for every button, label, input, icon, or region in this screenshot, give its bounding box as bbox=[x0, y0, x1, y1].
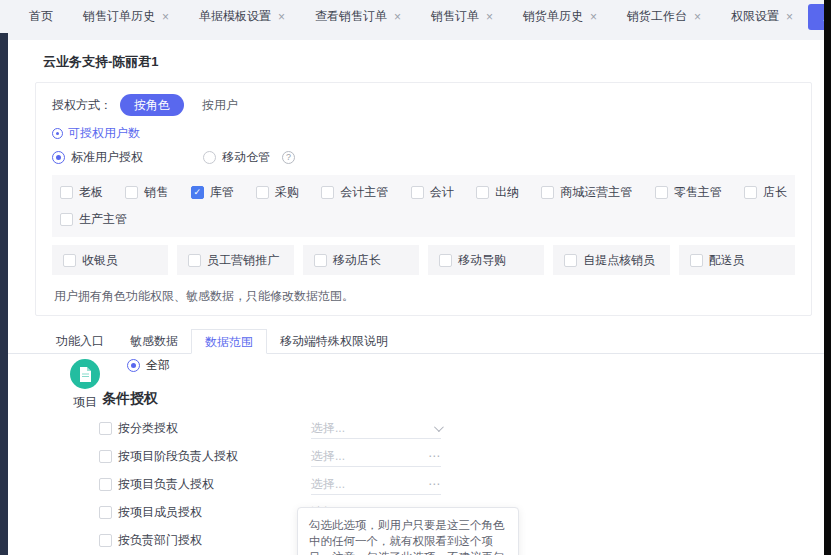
auth-mode-by-role-button[interactable]: 按角色 bbox=[120, 94, 184, 116]
main-content: 云业务支持-陈丽君1 授权方式： 按角色 按用户 可授权用户数 标准用户授权 移… bbox=[8, 40, 824, 555]
tab-label: 销售订单 bbox=[431, 8, 479, 25]
condition-select[interactable]: 选择... ⋯ bbox=[311, 446, 441, 467]
tab-home[interactable]: 首页 bbox=[14, 4, 68, 30]
role-checkbox[interactable]: 员工营销推广 bbox=[177, 245, 293, 275]
role-checkbox[interactable]: 配送员 bbox=[679, 245, 795, 275]
standard-user-radio[interactable] bbox=[52, 151, 65, 164]
role-checkbox[interactable]: 老板 bbox=[60, 184, 103, 201]
auth-mode-label: 授权方式： bbox=[52, 97, 112, 114]
role-checkbox[interactable]: 出纳 bbox=[476, 184, 519, 201]
checkbox-icon bbox=[439, 254, 452, 267]
checkbox-icon bbox=[541, 186, 554, 199]
checkbox-icon bbox=[125, 186, 138, 199]
close-icon[interactable]: × bbox=[486, 11, 493, 23]
app-window: 首页 销售订单历史 × 单据模板设置 × 查看销售订单 × 销售订单 × 销货单… bbox=[0, 0, 831, 555]
role-checkbox-panel: 老板 销售 ✓ 库管 采购 bbox=[52, 175, 795, 237]
help-icon[interactable]: ? bbox=[282, 151, 295, 164]
tab-label: 销货工作台 bbox=[627, 8, 687, 25]
condition-checkbox[interactable] bbox=[99, 478, 112, 491]
close-icon[interactable]: × bbox=[694, 11, 701, 23]
role-checkbox[interactable]: 自提点核销员 bbox=[553, 245, 669, 275]
role-checkbox[interactable]: 商城运营主管 bbox=[541, 184, 632, 201]
role-checkbox[interactable]: 收银员 bbox=[52, 245, 168, 275]
condition-help-tooltip: 勾选此选项，则用户只要是这三个角色中的任何一个，就有权限看到这个项目。注意：勾选… bbox=[297, 507, 519, 555]
module-project[interactable]: 项目 bbox=[53, 359, 117, 411]
role-checkbox[interactable]: 采购 bbox=[256, 184, 299, 201]
tab-function-entry[interactable]: 功能入口 bbox=[43, 329, 117, 354]
condition-checkbox[interactable] bbox=[99, 450, 112, 463]
checkbox-icon bbox=[564, 254, 577, 267]
tab-template-settings[interactable]: 单据模板设置 × bbox=[184, 4, 300, 30]
checkbox-icon bbox=[314, 254, 327, 267]
page-title: 云业务支持-陈丽君1 bbox=[35, 53, 812, 71]
screen-right-edge bbox=[824, 0, 831, 555]
ellipsis-icon: ⋯ bbox=[428, 449, 441, 463]
role-permission-note: 用户拥有角色功能权限、敏感数据，只能修改数据范围。 bbox=[52, 288, 795, 305]
authorization-section: 授权方式： 按角色 按用户 可授权用户数 标准用户授权 移动仓管 ? bbox=[35, 82, 812, 316]
role-checkbox[interactable]: 会计 bbox=[411, 184, 454, 201]
tab-label: 查看销售订单 bbox=[315, 8, 387, 25]
checkbox-checked-icon: ✓ bbox=[191, 186, 204, 199]
tab-label: 权限设置 bbox=[731, 8, 779, 25]
checkbox-icon bbox=[60, 213, 73, 226]
checkbox-icon bbox=[256, 186, 269, 199]
close-icon[interactable]: × bbox=[162, 11, 169, 23]
detail-tab-bar: 功能入口 敏感数据 数据范围 移动端特殊权限说明 bbox=[8, 328, 824, 354]
role-checkbox[interactable]: 销售 bbox=[125, 184, 168, 201]
role-checkbox[interactable]: 移动导购 bbox=[428, 245, 544, 275]
role-checkbox[interactable]: ✓ 库管 bbox=[191, 184, 234, 201]
condition-heading: 条件授权 bbox=[102, 389, 812, 408]
tab-label: 单据模板设置 bbox=[199, 8, 271, 25]
top-tab-bar: 首页 销售订单历史 × 单据模板设置 × 查看销售订单 × 销售订单 × 销货单… bbox=[0, 0, 824, 40]
condition-checkbox[interactable] bbox=[99, 506, 112, 519]
checkbox-icon bbox=[60, 186, 73, 199]
close-icon[interactable]: × bbox=[590, 11, 597, 23]
tab-view-sales-order[interactable]: 查看销售订单 × bbox=[300, 4, 416, 30]
module-label: 项目 bbox=[53, 394, 117, 411]
tab-data-scope[interactable]: 数据范围 bbox=[191, 329, 267, 354]
role-checkbox[interactable]: 生产主管 bbox=[60, 211, 127, 228]
condition-checkbox[interactable] bbox=[99, 422, 112, 435]
tab-mobile-special-permission[interactable]: 移动端特殊权限说明 bbox=[267, 329, 401, 354]
authorizable-user-count-link[interactable]: 可授权用户数 bbox=[52, 125, 795, 141]
role-checkbox[interactable]: 零售主管 bbox=[655, 184, 722, 201]
condition-select[interactable]: 选择... bbox=[311, 418, 441, 439]
checkbox-icon bbox=[188, 254, 201, 267]
standard-user-label[interactable]: 标准用户授权 bbox=[71, 149, 143, 166]
tab-delivery-history[interactable]: 销货单历史 × bbox=[508, 4, 612, 30]
condition-checkbox[interactable] bbox=[99, 534, 112, 547]
close-icon[interactable]: × bbox=[394, 11, 401, 23]
tab-label: 销售订单历史 bbox=[83, 8, 155, 25]
tab-sales-order[interactable]: 销售订单 × bbox=[416, 4, 508, 30]
checkbox-icon bbox=[690, 254, 703, 267]
scope-all-label[interactable]: 全部 bbox=[146, 357, 170, 374]
scope-all-radio[interactable] bbox=[127, 359, 140, 372]
mobile-warehouse-radio[interactable] bbox=[203, 151, 216, 164]
ellipsis-icon: ⋯ bbox=[428, 477, 441, 491]
tab-sensitive-data[interactable]: 敏感数据 bbox=[117, 329, 191, 354]
checkbox-icon bbox=[744, 186, 757, 199]
checkbox-icon bbox=[63, 254, 76, 267]
data-scope-panel: 项目 全部 条件授权 按分类授权 选择... bbox=[35, 354, 812, 555]
authorizable-user-count-label: 可授权用户数 bbox=[68, 125, 140, 142]
close-icon[interactable]: × bbox=[278, 11, 285, 23]
license-count-icon bbox=[52, 128, 63, 139]
mobile-role-boxes: 收银员 员工营销推广 移动店长 移动导购 自提点核销员 bbox=[52, 245, 795, 275]
tab-label: 销货单历史 bbox=[523, 8, 583, 25]
checkbox-icon bbox=[476, 186, 489, 199]
role-checkbox[interactable]: 会计主管 bbox=[321, 184, 388, 201]
close-icon[interactable]: × bbox=[786, 11, 793, 23]
checkbox-icon bbox=[321, 186, 334, 199]
mobile-warehouse-label[interactable]: 移动仓管 bbox=[222, 149, 270, 166]
collapsed-sidebar-rail bbox=[0, 33, 8, 555]
auth-mode-by-user-button[interactable]: 按用户 bbox=[202, 97, 238, 114]
condition-select[interactable]: 选择... ⋯ bbox=[311, 474, 441, 495]
tab-delivery-workbench[interactable]: 销货工作台 × bbox=[612, 4, 716, 30]
chevron-down-icon bbox=[434, 422, 444, 432]
checkbox-icon bbox=[655, 186, 668, 199]
tab-permission-settings[interactable]: 权限设置 × bbox=[716, 4, 808, 30]
tab-sales-order-history[interactable]: 销售订单历史 × bbox=[68, 4, 184, 30]
role-checkbox[interactable]: 移动店长 bbox=[303, 245, 419, 275]
project-document-icon bbox=[70, 359, 100, 389]
role-checkbox[interactable]: 店长 bbox=[744, 184, 787, 201]
